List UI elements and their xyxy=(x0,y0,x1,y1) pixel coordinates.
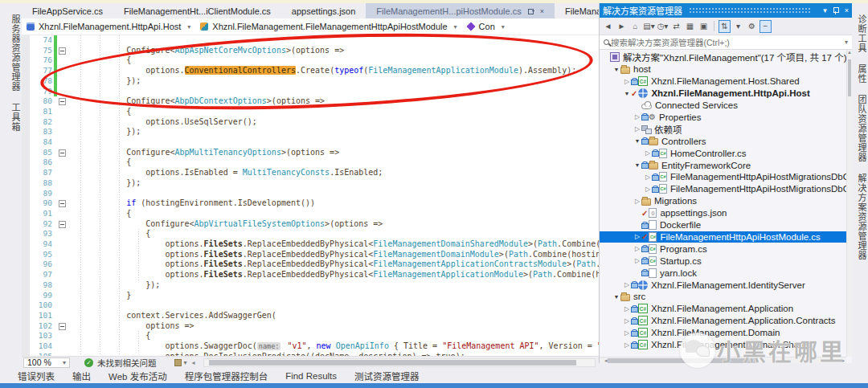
bottom-panel-tab-3[interactable]: 程序包管理器控制台 xyxy=(185,370,268,382)
expand-icon[interactable]: ▷ xyxy=(623,329,631,337)
code-line-90[interactable]: if (hostingEnvironment.IsDevelopment()) xyxy=(68,198,599,209)
breadcrumb-item-0[interactable]: Xhznl.FileManagement.HttpApi.Host▾ xyxy=(27,22,195,31)
breadcrumb-item-2[interactable]: Con▾ xyxy=(467,22,510,31)
collapse-icon[interactable]: ▼ xyxy=(612,67,620,72)
tree-row[interactable]: ▷⚙Properties xyxy=(600,112,846,124)
expand-icon[interactable]: ▷ xyxy=(633,233,641,240)
code-line-94[interactable]: options.FileSets.ReplaceEmbeddedByPhysic… xyxy=(68,239,599,250)
fold-collapse-box[interactable] xyxy=(59,47,66,55)
scroll-left-icon[interactable]: ◂ xyxy=(604,357,608,364)
tree-row[interactable]: ▼✓Xhznl.FileManagement.HttpApi.Host xyxy=(600,88,846,100)
document-tab-2[interactable]: appsettings.json xyxy=(281,3,366,18)
document-tab-0[interactable]: FileAppService.cs xyxy=(22,3,113,18)
expand-icon[interactable]: ▷ xyxy=(623,317,631,325)
tool-window-tab-3[interactable]: 解决方案资源管理器 xyxy=(852,174,868,260)
tree-row[interactable]: ✓{}appsettings.json xyxy=(600,207,846,219)
tree-row[interactable]: Dockerfile xyxy=(600,219,846,231)
solution-explorer-title-bar[interactable]: 解决方案资源管理器 ▾ × xyxy=(600,3,852,18)
code-line-95[interactable]: options.FileSets.ReplaceEmbeddedByPhysic… xyxy=(68,250,599,260)
expand-icon[interactable]: ▷ xyxy=(633,245,641,252)
expand-icon[interactable]: ▷ xyxy=(644,174,652,181)
tree-row[interactable]: ▷Migrations xyxy=(600,195,846,207)
code-line-102[interactable]: options => xyxy=(68,321,599,332)
code-editor-body[interactable]: 7475 Configure<AbpAspNetCoreMvcOptions>(… xyxy=(22,35,599,356)
tree-row[interactable]: Connected Services xyxy=(600,100,846,112)
expand-icon[interactable]: ▷ xyxy=(633,198,641,205)
code-line-76[interactable]: { xyxy=(68,55,599,66)
scroll-right-icon[interactable]: ▸ xyxy=(841,357,845,364)
back-icon[interactable]: ◄ xyxy=(602,20,614,33)
collapse-icon[interactable]: ▼ xyxy=(612,294,620,300)
zoom-level-dropdown[interactable]: 100 % ▾ xyxy=(23,357,70,368)
document-tab-4[interactable]: FileManagem xyxy=(555,3,599,18)
fold-collapse-box[interactable] xyxy=(59,98,66,105)
code-line-97[interactable]: options.FileSets.ReplaceEmbeddedByPhysic… xyxy=(68,270,599,280)
tool-window-tab-2[interactable]: 团队资源管理器 xyxy=(852,95,868,162)
tree-row[interactable]: ▼Controllers xyxy=(600,135,846,147)
code-line-80[interactable]: Configure<AbpDbContextOptions>(options =… xyxy=(68,96,599,107)
chevron-down-icon[interactable]: ▾ xyxy=(502,23,505,31)
tree-row[interactable]: yarn.lock xyxy=(600,267,846,279)
collapse-icon[interactable]: ▼ xyxy=(633,138,641,144)
expand-icon[interactable]: ▷ xyxy=(623,78,631,85)
tool-window-tab-0[interactable]: 诊断工具 xyxy=(852,14,868,53)
sidebar-tab-0[interactable]: 服务器资源管理器 xyxy=(0,14,22,92)
tree-horizontal-scrollbar[interactable]: ◂ ▸ xyxy=(600,357,846,363)
code-line-93[interactable]: { xyxy=(68,229,599,239)
expand-icon[interactable]: ▷ xyxy=(623,281,631,288)
expand-icon[interactable]: ▷ xyxy=(633,125,641,133)
close-icon[interactable]: × xyxy=(845,6,849,14)
bottom-panel-tab-5[interactable]: 测试资源管理器 xyxy=(354,370,420,382)
bottom-panel-tab-1[interactable]: 输出 xyxy=(72,370,91,382)
solution-search-box[interactable]: ▾ xyxy=(600,35,852,50)
breadcrumb-item-1[interactable]: Xhznl.FileManagement.FileManagementHttpA… xyxy=(200,22,461,31)
fold-collapse-box[interactable] xyxy=(59,323,66,330)
code-cleanup-icon[interactable] xyxy=(174,359,182,366)
home-icon[interactable]: ⌂ xyxy=(629,20,641,33)
code-line-96[interactable]: options.FileSets.ReplaceEmbeddedByPhysic… xyxy=(68,259,599,270)
document-tab-3[interactable]: FileManagementH...piHostModule.cs× xyxy=(366,3,555,18)
tree-row[interactable]: ▼host xyxy=(600,63,846,76)
code-line-81[interactable]: { xyxy=(68,107,599,117)
preview-selected-items-icon[interactable]: − xyxy=(760,20,772,33)
chevron-down-icon[interactable]: ▾ xyxy=(187,23,190,31)
scroll-left-icon[interactable]: ◂ xyxy=(192,359,195,366)
document-tab-1[interactable]: FileManagementHt...iClientModule.cs xyxy=(113,3,281,18)
tree-row[interactable]: ▷✓C#FileManagementHttpApiHostModule.cs xyxy=(600,231,846,243)
chevron-down-icon[interactable]: ▾ xyxy=(454,23,457,31)
code-line-75[interactable]: Configure<AbpAspNetCoreMvcOptions>(optio… xyxy=(68,46,599,56)
tree-row[interactable]: 解决方案"Xhznl.FileManagement"(17 个项目, 共 17 … xyxy=(600,51,846,63)
chevron-down-icon[interactable]: ▾ xyxy=(184,359,187,366)
bottom-panel-tab-2[interactable]: Web 发布活动 xyxy=(108,370,167,382)
fold-collapse-box[interactable] xyxy=(59,221,66,228)
switch-views-icon[interactable]: ▤▾ xyxy=(643,20,655,33)
code-line-101[interactable]: context.Services.AddSwaggerGen( xyxy=(68,311,599,321)
close-icon[interactable]: × xyxy=(540,7,544,15)
collapse-icon[interactable]: ▼ xyxy=(623,91,631,96)
code-line-78[interactable]: }); xyxy=(68,76,599,87)
tree-row[interactable]: ▷C#Xhznl.FileManagement.Application.Cont… xyxy=(600,315,846,327)
tree-row[interactable]: ▷C#Program.cs xyxy=(600,243,846,255)
fold-collapse-box[interactable] xyxy=(59,200,66,207)
tree-row[interactable]: ▷C#FileManagementHttpApiHostMigrationsDb… xyxy=(600,171,846,183)
sync-with-active-document-icon[interactable]: ⇅ xyxy=(719,20,731,33)
pin-icon[interactable] xyxy=(833,7,839,14)
tree-row[interactable]: ▷C#Xhznl.FileManagement.Application xyxy=(600,303,846,315)
tool-window-tab-1[interactable]: 属性 xyxy=(852,64,868,84)
code-line-83[interactable]: }); xyxy=(68,127,599,137)
code-line-99[interactable]: } xyxy=(68,291,599,301)
pending-changes-filter-icon[interactable]: ◷▾ xyxy=(657,20,669,33)
code-line-88[interactable]: }); xyxy=(68,178,599,189)
search-input[interactable] xyxy=(611,38,842,47)
editor-horizontal-scrollbar[interactable] xyxy=(203,358,596,367)
tree-row[interactable]: ▷C#FileManagementHttpApiHostMigrationsDb… xyxy=(600,183,846,195)
scrollbar-thumb[interactable] xyxy=(209,360,576,366)
expand-icon[interactable]: ▷ xyxy=(633,257,641,264)
chevron-down-icon[interactable]: ▾ xyxy=(845,39,848,46)
expand-icon[interactable]: ▷ xyxy=(633,113,641,120)
tree-row[interactable]: ▷Xhznl.FileManagement.IdentityServer xyxy=(600,279,846,291)
code-line-98[interactable]: }); xyxy=(68,280,599,291)
code-line-85[interactable]: Configure<AbpMultiTenancyOptions>(option… xyxy=(68,148,599,158)
tree-row[interactable]: ▷C#HomeController.cs xyxy=(600,147,846,159)
fold-collapse-box[interactable] xyxy=(59,149,66,157)
